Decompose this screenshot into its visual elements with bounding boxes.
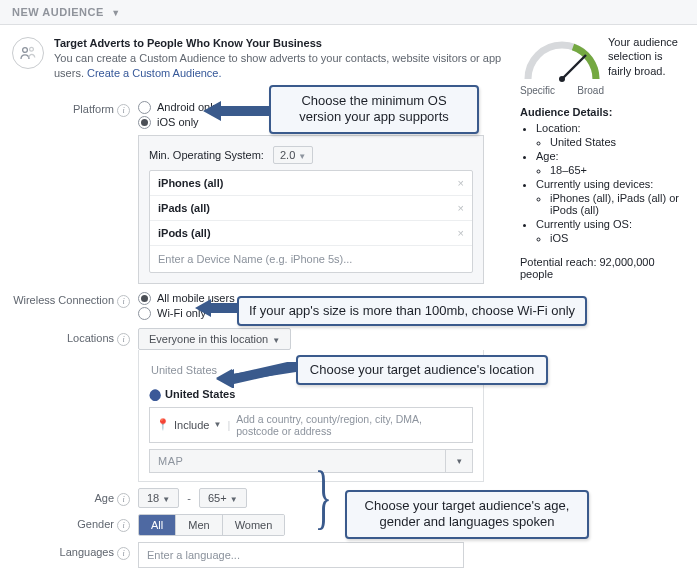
- info-icon[interactable]: i: [117, 333, 130, 346]
- arrow-icon: [195, 296, 239, 320]
- platform-label: Platform: [73, 103, 114, 115]
- map-button[interactable]: MAP: [149, 449, 446, 473]
- device-item: iPhones (all)×: [150, 171, 472, 196]
- svg-marker-7: [216, 364, 296, 387]
- gender-women[interactable]: Women: [222, 515, 285, 535]
- section-header[interactable]: NEW AUDIENCE ▼: [0, 0, 697, 25]
- arrow-icon: [203, 98, 271, 124]
- gauge-specific: Specific: [520, 85, 555, 96]
- locations-label: Locations: [67, 332, 114, 344]
- remove-icon[interactable]: ×: [458, 177, 464, 189]
- device-input[interactable]: Enter a Device Name (e.g. iPhone 5s)...: [150, 246, 472, 272]
- age-max-dropdown[interactable]: 65+▼: [199, 488, 247, 508]
- info-icon[interactable]: i: [117, 493, 130, 506]
- callout-wifi: If your app's size is more than 100mb, c…: [237, 296, 587, 326]
- info-icon[interactable]: i: [117, 547, 130, 560]
- info-icon[interactable]: i: [117, 104, 130, 117]
- age-label: Age: [94, 492, 114, 504]
- gauge-broad: Broad: [577, 85, 604, 96]
- chevron-down-icon: ▼: [111, 8, 120, 18]
- callout-min-os: Choose the minimum OS version your app s…: [269, 85, 479, 134]
- audience-msg: Your audience selection is fairly broad.: [608, 35, 687, 78]
- chevron-down-icon[interactable]: ▼: [213, 420, 221, 429]
- gender-label: Gender: [77, 518, 114, 530]
- chevron-down-icon: ▼: [298, 152, 306, 161]
- intro-body: You can create a Custom Audience to show…: [54, 51, 508, 81]
- remove-icon[interactable]: ×: [458, 227, 464, 239]
- brace-icon: }: [315, 468, 332, 526]
- platform-box: Min. Operating System: 2.0▼ iPhones (all…: [138, 135, 484, 284]
- remove-icon[interactable]: ×: [458, 202, 464, 214]
- potential-reach: Potential reach: 92,000,000 people: [520, 256, 687, 280]
- map-toggle[interactable]: ▾: [446, 449, 473, 473]
- gender-all[interactable]: All: [139, 515, 175, 535]
- callout-age-gender: Choose your target audience's age, gende…: [345, 490, 589, 539]
- svg-line-2: [562, 55, 586, 79]
- arrow-icon: [216, 362, 298, 388]
- age-min-dropdown[interactable]: 18▼: [138, 488, 179, 508]
- svg-marker-5: [195, 299, 237, 317]
- audience-icon: [12, 37, 44, 69]
- chevron-down-icon: ▼: [272, 336, 280, 345]
- intro-block: Target Adverts to People Who Know Your B…: [0, 33, 514, 93]
- include-label: Include: [174, 419, 209, 431]
- svg-marker-4: [203, 101, 269, 121]
- callout-location: Choose your target audience's location: [296, 355, 548, 385]
- svg-point-3: [559, 76, 565, 82]
- pin-icon: 📍: [156, 418, 170, 431]
- gender-segment: All Men Women: [138, 514, 285, 536]
- intro-heading: Target Adverts to People Who Know Your B…: [54, 37, 322, 49]
- location-search[interactable]: 📍 Include ▼ | Add a country, county/regi…: [149, 407, 473, 443]
- wifi-label: Wireless Connection: [13, 294, 114, 306]
- device-list: iPhones (all)× iPads (all)× iPods (all)×…: [149, 170, 473, 273]
- details-heading: Audience Details:: [520, 106, 687, 118]
- details-list: Location:United States Age:18–65+ Curren…: [536, 122, 687, 244]
- create-custom-audience-link[interactable]: Create a Custom Audience.: [87, 67, 222, 79]
- min-os-dropdown[interactable]: 2.0▼: [273, 146, 313, 164]
- info-icon[interactable]: i: [117, 519, 130, 532]
- svg-point-1: [30, 47, 34, 51]
- gauge-icon: [520, 35, 604, 87]
- info-icon[interactable]: i: [117, 295, 130, 308]
- device-item: iPods (all)×: [150, 221, 472, 246]
- location-tag[interactable]: ⬤United States: [149, 388, 473, 401]
- chevron-down-icon: ▼: [162, 495, 170, 504]
- device-item: iPads (all)×: [150, 196, 472, 221]
- svg-point-0: [23, 48, 28, 53]
- pin-icon: ⬤: [149, 388, 161, 400]
- chevron-down-icon: ▼: [230, 495, 238, 504]
- location-input-placeholder: Add a country, county/region, city, DMA,…: [236, 413, 466, 437]
- location-scope-dropdown[interactable]: Everyone in this location▼: [138, 328, 291, 350]
- gender-men[interactable]: Men: [175, 515, 221, 535]
- languages-input[interactable]: Enter a language...: [138, 542, 464, 568]
- min-os-label: Min. Operating System:: [149, 149, 264, 161]
- languages-label: Languages: [60, 546, 114, 558]
- header-title: NEW AUDIENCE: [12, 6, 104, 18]
